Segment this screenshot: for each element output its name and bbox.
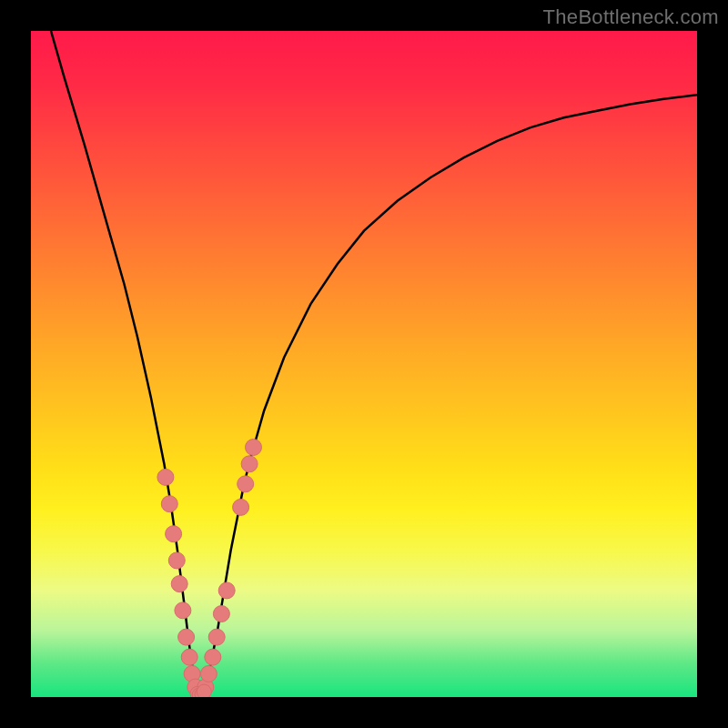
curve-marker — [208, 629, 225, 645]
curve-marker — [246, 440, 262, 456]
curve-marker — [238, 476, 254, 492]
curve-marker — [171, 576, 187, 592]
curve-marker — [175, 602, 191, 619]
curve-marker — [197, 684, 211, 697]
plot-area — [31, 31, 697, 697]
curve-path — [51, 31, 697, 693]
curve-marker — [161, 496, 177, 512]
curve-marker — [168, 552, 185, 569]
chart-frame: TheBottleneck.com — [0, 0, 728, 728]
curve-marker — [178, 629, 195, 645]
curve-marker — [166, 526, 182, 542]
curve-marker — [213, 606, 229, 622]
watermark-text: TheBottleneck.com — [543, 5, 719, 29]
curve-marker — [233, 499, 249, 515]
curve-marker — [181, 649, 197, 665]
curve-marker — [218, 582, 235, 599]
curve-marker — [200, 665, 217, 682]
curve-marker — [157, 469, 174, 485]
curve-marker — [205, 649, 221, 665]
bottleneck-curve — [31, 31, 697, 697]
curve-markers — [157, 440, 262, 698]
curve-marker — [241, 456, 258, 472]
